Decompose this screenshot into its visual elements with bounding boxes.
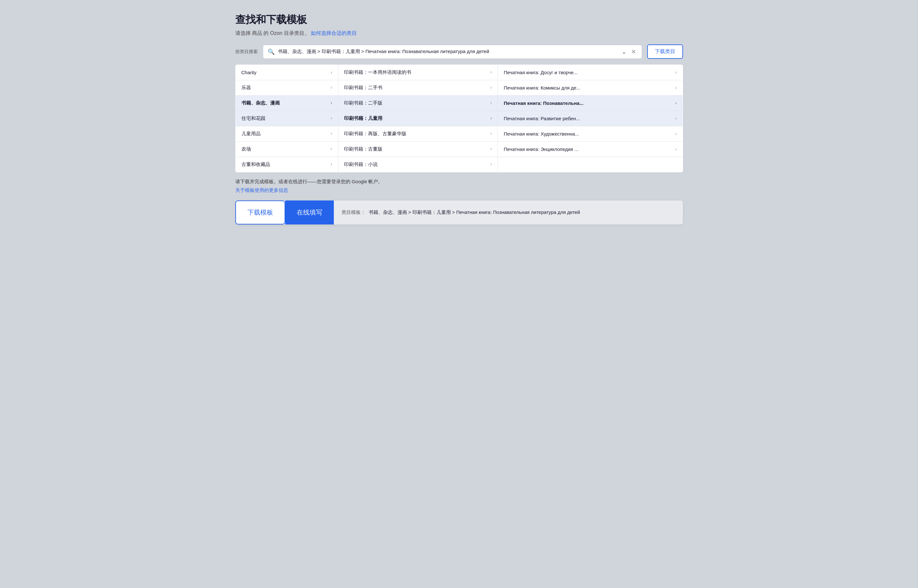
arrow-right-icon: ›: [490, 162, 492, 166]
arrow-right-icon: ›: [490, 85, 492, 90]
search-controls: ⌄ ✕: [620, 48, 637, 56]
category-col1-item[interactable]: 古董和收藏品 ›: [235, 157, 338, 172]
subtitle: 请选择 商品 的 Ozon 目录类目。 如何选择合适的类目: [235, 30, 683, 37]
category-col2-item[interactable]: 印刷书籍：二手书 ›: [338, 80, 498, 95]
category-col2-item[interactable]: 印刷书籍：一本用外语阅读的书 ›: [338, 65, 498, 80]
arrow-right-icon: ›: [490, 100, 492, 105]
chevron-down-button[interactable]: ⌄: [620, 48, 628, 56]
bottom-info-value: 书籍、杂志、漫画 > 印刷书籍：儿童用 > Печатная книга: По…: [368, 210, 580, 215]
category-table: Charity ›印刷书籍：一本用外语阅读的书 ›Печатная книга:…: [235, 65, 683, 172]
category-col3-item[interactable]: [498, 157, 683, 172]
category-col1-item[interactable]: Charity ›: [235, 65, 338, 80]
category-col2-item[interactable]: 印刷书籍：再版、古董豪华版 ›: [338, 126, 498, 142]
arrow-right-icon: ›: [331, 131, 332, 136]
page-title: 查找和下载模板: [235, 13, 683, 27]
category-col1-item[interactable]: 农场 ›: [235, 142, 338, 157]
category-col1-item[interactable]: 乐器 ›: [235, 80, 338, 95]
arrow-right-icon: ›: [331, 146, 332, 151]
bottom-bar: 下载模板 在线填写 类目模板： 书籍、杂志、漫画 > 印刷书籍：儿童用 > Пе…: [235, 200, 683, 225]
arrow-right-icon: ›: [490, 131, 492, 136]
download-template-button[interactable]: 下载模板: [235, 200, 285, 225]
category-col2-item[interactable]: 印刷书籍：小说 ›: [338, 157, 498, 172]
online-fill-button[interactable]: 在线填写: [285, 200, 334, 225]
search-label: 按类目搜索: [235, 49, 258, 55]
arrow-right-icon: ›: [490, 146, 492, 151]
bottom-info: 类目模板： 书籍、杂志、漫画 > 印刷书籍：儿童用 > Печатная кни…: [334, 200, 683, 225]
subtitle-link[interactable]: 如何选择合适的类目: [311, 31, 357, 36]
category-col3-item[interactable]: Печатная книга: Художественна... ›: [498, 126, 683, 142]
category-col3-item[interactable]: Печатная книга: Комиксы для де... ›: [498, 80, 683, 95]
info-text: 请下载并完成模板。或者在线进行——您需要登录您的 Google 帐户。: [235, 179, 683, 185]
arrow-right-icon: ›: [675, 85, 677, 90]
info-link[interactable]: 关于模板使用的更多信息: [235, 187, 288, 194]
arrow-right-icon: ›: [331, 115, 332, 121]
category-col1-item[interactable]: 住宅和花园 ›: [235, 111, 338, 126]
arrow-right-icon: ›: [490, 115, 492, 121]
arrow-right-icon: ›: [331, 85, 332, 90]
arrow-right-icon: ›: [675, 147, 677, 152]
download-category-button[interactable]: 下载类目: [647, 44, 683, 59]
arrow-right-icon: ›: [331, 70, 332, 75]
category-col2-item[interactable]: 印刷书籍：二手版 ›: [338, 95, 498, 111]
category-col1-item[interactable]: 书籍、杂志、漫画 ›: [235, 95, 338, 111]
category-col3-item[interactable]: Печатная книга: Познавательна... ›: [498, 95, 683, 111]
arrow-right-icon: ›: [675, 70, 677, 75]
search-section: 按类目搜索 🔍 书籍、杂志、漫画 > 印刷书籍：儿童用 > Печатная к…: [235, 44, 683, 59]
search-icon: 🔍: [268, 48, 275, 55]
category-col3-item[interactable]: Печатная книга: Энциклопедия ... ›: [498, 142, 683, 157]
arrow-right-icon: ›: [675, 131, 677, 136]
category-col1-item[interactable]: 儿童用品 ›: [235, 126, 338, 142]
category-col3-item[interactable]: Печатная книга: Досуг и творче... ›: [498, 65, 683, 80]
category-col3-item[interactable]: Печатная книга: Развитие ребен... ›: [498, 111, 683, 126]
category-col2-item[interactable]: 印刷书籍：儿童用 ›: [338, 111, 498, 126]
arrow-right-icon: ›: [331, 162, 332, 166]
arrow-right-icon: ›: [675, 100, 677, 105]
bottom-info-label: 类目模板：: [341, 210, 365, 215]
category-col2-item[interactable]: 印刷书籍：古董版 ›: [338, 142, 498, 157]
arrow-right-icon: ›: [331, 100, 332, 105]
search-input-value: 书籍、杂志、漫画 > 印刷书籍：儿童用 > Печатная книга: По…: [278, 48, 617, 55]
search-box[interactable]: 🔍 书籍、杂志、漫画 > 印刷书籍：儿童用 > Печатная книга: …: [263, 45, 642, 59]
arrow-right-icon: ›: [675, 116, 677, 121]
arrow-right-icon: ›: [490, 69, 492, 74]
clear-search-button[interactable]: ✕: [630, 48, 637, 55]
